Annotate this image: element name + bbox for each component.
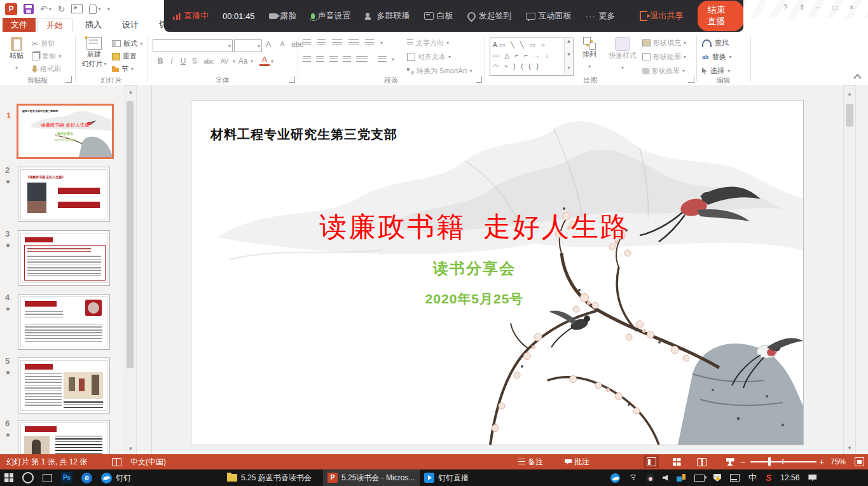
undo-button[interactable]: ↶ ▾ xyxy=(40,3,52,15)
fit-to-window-icon[interactable] xyxy=(855,457,864,466)
help-button[interactable]: ? xyxy=(777,3,794,13)
comments-button[interactable]: 批注 xyxy=(565,457,589,468)
pin-window-button[interactable]: ⇑ xyxy=(794,3,810,13)
gallery-more-icon[interactable]: ▾ xyxy=(565,65,573,71)
wifi-icon[interactable] xyxy=(629,475,638,482)
volume-icon[interactable] xyxy=(663,475,668,481)
align-left-icon[interactable] xyxy=(303,56,311,63)
ime-indicator[interactable]: 中 xyxy=(748,472,757,483)
layout-button[interactable]: 版式 ▾ xyxy=(112,39,142,48)
slide-thumbnail-6[interactable] xyxy=(18,420,110,455)
close-button[interactable]: × xyxy=(843,3,860,13)
thumb-scroll-down-icon[interactable]: ▼ xyxy=(125,446,136,452)
save-icon[interactable] xyxy=(24,4,34,14)
strikethrough-button[interactable]: abc xyxy=(201,58,216,65)
shape-fill-button[interactable]: 形状填充 ▾ xyxy=(642,38,686,48)
language-indicator[interactable]: 中文(中国) xyxy=(130,457,166,468)
align-text-button[interactable]: 对齐文本 ▾ xyxy=(407,52,451,62)
security-shield-icon[interactable] xyxy=(713,474,721,482)
slide-title-text[interactable]: 读廉政书籍 走好人生路 xyxy=(277,209,672,246)
convert-smartart-button[interactable]: 转换为 SmartArt ▾ xyxy=(407,66,472,76)
checkin-button[interactable]: 发起签到 xyxy=(467,10,512,22)
zoom-slider-thumb[interactable] xyxy=(768,457,771,466)
increase-indent-icon[interactable] xyxy=(348,39,359,46)
photoshop-taskbar-button[interactable]: Ps xyxy=(57,469,77,486)
distribute-icon[interactable] xyxy=(356,56,368,63)
whiteboard-button[interactable]: 白板 xyxy=(424,10,453,22)
tab-home[interactable]: 开始 xyxy=(37,18,72,32)
redo-icon[interactable]: ↻ xyxy=(58,3,65,15)
shape-row-3[interactable]: ◠ ~ ) ( { } xyxy=(493,61,570,72)
justify-icon[interactable] xyxy=(343,56,351,63)
line-spacing-icon[interactable] xyxy=(365,39,374,46)
cortana-button[interactable] xyxy=(18,469,38,486)
shape-gallery[interactable]: A▭ ╲ ╲ ▭ ○ ▭ △ ⌐ ⌐ → ↓ ◠ ~ ) ( { } ▲ ▼ ▾ xyxy=(490,38,574,76)
paste-button[interactable]: 粘贴 ▾ xyxy=(5,37,28,74)
quick-styles-button[interactable]: 快速样式 ▾ xyxy=(605,37,640,72)
copy-button[interactable]: 复制 ▾ xyxy=(32,52,61,61)
slide-thumbnail-4[interactable] xyxy=(18,294,110,350)
select-button[interactable]: 选择 ▾ xyxy=(702,66,730,76)
slide-date-text[interactable]: 2020年5月25号 xyxy=(277,290,672,308)
minimize-button[interactable]: – xyxy=(810,3,827,13)
restore-button[interactable]: □ xyxy=(827,3,843,13)
thumbnail-scrollbar[interactable]: ▲ ▼ xyxy=(125,85,137,455)
find-button[interactable]: 查找 xyxy=(702,38,729,48)
zoom-out-button[interactable]: − xyxy=(740,457,745,467)
slideshow-view-button[interactable] xyxy=(722,455,738,468)
main-scrollbar-thumb[interactable] xyxy=(846,104,853,127)
slide-org-text[interactable]: 材料工程专业研究生第三党支部 xyxy=(210,126,397,143)
multicast-button[interactable]: 多群联播 xyxy=(365,10,410,22)
slide-sorter-view-button[interactable] xyxy=(669,455,684,468)
replace-button[interactable]: ab 替换 ▾ xyxy=(702,52,732,62)
thumb-scrollbar-thumb[interactable] xyxy=(127,101,134,368)
clear-formatting-button[interactable]: abc xyxy=(291,40,301,49)
touchpad-icon[interactable] xyxy=(730,474,740,482)
font-dialog-launcher[interactable] xyxy=(289,76,295,83)
drawing-dialog-launcher[interactable] xyxy=(688,76,694,83)
qq-icon[interactable] xyxy=(647,474,654,482)
text-direction-button[interactable]: 文字方向 ▾ xyxy=(407,38,449,48)
slide-thumbnail-5[interactable] xyxy=(18,358,110,413)
slide-thumbnail-2[interactable]: 《读廉政书籍 走好人生路》 xyxy=(18,167,110,222)
align-right-icon[interactable] xyxy=(329,56,338,63)
thumb-scroll-up-icon[interactable]: ▲ xyxy=(125,86,136,95)
notes-button[interactable]: 备注 xyxy=(518,457,543,468)
tab-file[interactable]: 文件 xyxy=(3,18,36,32)
zoom-percentage[interactable]: 75% xyxy=(830,457,846,466)
clock[interactable]: 12:56 xyxy=(780,473,799,482)
shape-row-2[interactable]: ▭ △ ⌐ ⌐ → ↓ xyxy=(493,50,570,61)
bold-button[interactable]: B xyxy=(155,57,165,66)
zoom-slider-track[interactable] xyxy=(750,461,816,462)
dingtalk-live-window-button[interactable]: 钉钉直播 xyxy=(420,469,497,486)
shape-effects-button[interactable]: 形状效果 ▾ xyxy=(642,66,685,76)
reset-button[interactable]: 重置 xyxy=(112,52,137,61)
new-slide-button[interactable]: ✦ 新建 幻灯片 ▾ xyxy=(79,37,109,74)
collapse-ribbon-icon[interactable] xyxy=(853,74,862,82)
main-scroll-down-icon[interactable]: ▼ xyxy=(844,445,855,451)
numbering-icon[interactable] xyxy=(317,39,326,46)
tab-insert[interactable]: 插入 xyxy=(76,18,111,32)
shrink-font-button[interactable]: A xyxy=(277,41,287,48)
underline-button[interactable]: U xyxy=(178,57,188,66)
interaction-panel-button[interactable]: 互动面板 xyxy=(526,10,572,22)
exit-share-button[interactable]: 退出共享 xyxy=(640,10,684,22)
camera-button[interactable]: 露脸 xyxy=(269,10,297,22)
gallery-scroll-up-icon[interactable]: ▲ xyxy=(565,38,573,44)
tab-design[interactable]: 设计 xyxy=(113,18,148,32)
network-icon[interactable] xyxy=(677,474,685,482)
end-live-button[interactable]: 结束直播 xyxy=(698,1,743,31)
powerpoint-window-button[interactable]: P 5.25读书会 - Micros... xyxy=(323,469,420,486)
font-name-combobox[interactable]: ▾ xyxy=(153,39,233,52)
format-painter-button[interactable]: 格式刷 xyxy=(32,64,61,74)
paragraph-dialog-launcher[interactable] xyxy=(476,76,482,83)
slide-subtitle-text[interactable]: 读书分享会 xyxy=(277,258,672,279)
main-scroll-up-icon[interactable]: ▲ xyxy=(844,86,855,97)
spellcheck-icon[interactable] xyxy=(112,458,121,466)
grow-font-button[interactable]: A xyxy=(263,39,273,49)
start-slideshow-icon[interactable] xyxy=(71,4,83,13)
clipboard-dialog-launcher[interactable] xyxy=(65,76,72,83)
font-color-button[interactable]: A xyxy=(259,56,270,66)
undo-caret-icon[interactable]: ▾ xyxy=(49,6,52,12)
bullets-icon[interactable] xyxy=(303,39,311,46)
